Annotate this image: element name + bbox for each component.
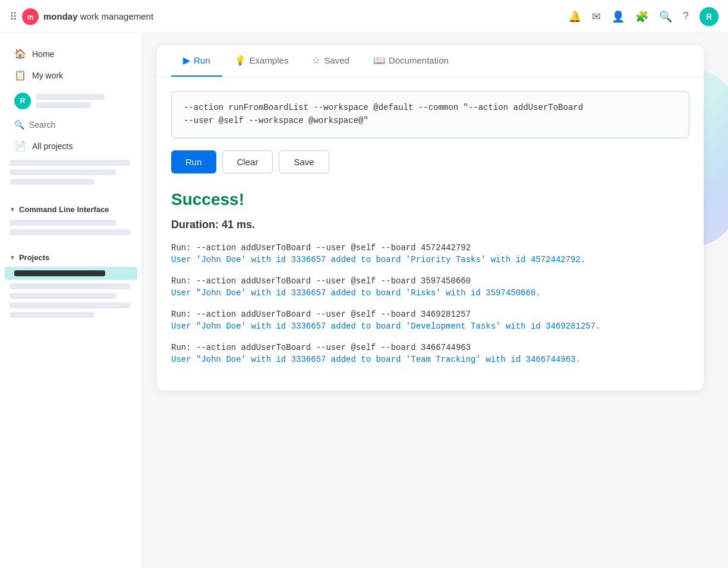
- card-body: --action runFromBoardList --workspace @d…: [157, 77, 704, 390]
- proj-skeleton-2: [10, 293, 116, 299]
- save-button[interactable]: Save: [279, 150, 329, 173]
- results-container: Run: --action addUserToBoard --user @sel…: [171, 243, 689, 364]
- allprojects-label: All projects: [32, 141, 73, 151]
- search-bar[interactable]: 🔍 Search: [5, 116, 137, 133]
- tabs-bar: ▶ Run 💡 Examples ☆ Saved 📖 Documentation: [157, 45, 704, 77]
- result-info-3: User "John Doe' with id 3336657 added to…: [171, 355, 689, 364]
- result-info-2: User "John Doe' with id 3336657 added to…: [171, 321, 689, 331]
- sidebar-item-allprojects[interactable]: 📄 All projects: [5, 135, 137, 156]
- run-button[interactable]: Run: [171, 150, 216, 173]
- result-block-0: Run: --action addUserToBoard --user @sel…: [171, 243, 689, 264]
- sidebar-item-mywork[interactable]: 📋 My work: [5, 65, 137, 86]
- command-input-area[interactable]: --action runFromBoardList --workspace @d…: [171, 91, 689, 138]
- topbar: ⠿ m monday work management 🔔 ✉ 👤 🧩 🔍 ? R: [0, 0, 728, 33]
- user-skeleton-group: [36, 94, 128, 108]
- people-icon[interactable]: 👤: [612, 10, 625, 23]
- clear-button[interactable]: Clear: [222, 150, 273, 173]
- allprojects-icon: 📄: [14, 140, 26, 152]
- examples-tab-icon: 💡: [234, 55, 246, 66]
- search-bar-label: Search: [29, 120, 55, 130]
- tab-saved[interactable]: ☆ Saved: [300, 45, 361, 77]
- user-avatar[interactable]: R: [699, 7, 718, 26]
- sidebar-item-home[interactable]: 🏠 Home: [5, 43, 137, 64]
- grid-icon[interactable]: ⠿: [10, 10, 17, 23]
- result-block-2: Run: --action addUserToBoard --user @sel…: [171, 310, 689, 331]
- main-content: ▶ Run 💡 Examples ☆ Saved 📖 Documentation: [143, 33, 728, 568]
- svg-text:m: m: [27, 12, 34, 21]
- command-text: --action runFromBoardList --workspace @d…: [184, 101, 677, 128]
- result-info-1: User "John Doe' with id 3336657 added to…: [171, 288, 689, 298]
- cli-skeleton-2: [10, 229, 130, 235]
- skeleton-2: [10, 169, 116, 175]
- active-project-bar: [14, 270, 105, 276]
- sidebar-avatar: R: [14, 93, 31, 109]
- projects-section-header[interactable]: ▼ Projects: [0, 246, 142, 264]
- result-run-3: Run: --action addUserToBoard --user @sel…: [171, 343, 689, 352]
- proj-skeleton-4: [10, 312, 94, 318]
- result-run-0: Run: --action addUserToBoard --user @sel…: [171, 243, 689, 253]
- puzzle-icon[interactable]: 🧩: [635, 10, 648, 23]
- home-icon: 🏠: [14, 48, 26, 59]
- result-block-1: Run: --action addUserToBoard --user @sel…: [171, 276, 689, 298]
- tab-examples[interactable]: 💡 Examples: [222, 45, 301, 77]
- main-layout: 🏠 Home 📋 My work R 🔍 Search 📄 All projec…: [0, 0, 728, 568]
- brand-label: monday work management: [43, 11, 153, 21]
- logo-area: ⠿ m monday work management: [10, 8, 153, 25]
- search-icon[interactable]: 🔍: [659, 10, 672, 23]
- proj-skeleton-3: [10, 302, 130, 308]
- saved-tab-icon: ☆: [312, 55, 320, 66]
- skeleton-3: [10, 179, 94, 185]
- result-run-1: Run: --action addUserToBoard --user @sel…: [171, 276, 689, 286]
- help-icon[interactable]: ?: [683, 10, 689, 23]
- bell-icon[interactable]: 🔔: [568, 10, 581, 23]
- proj-skeleton-1: [10, 283, 130, 289]
- duration-label: Duration: 41 ms.: [171, 219, 689, 231]
- action-buttons: Run Clear Save: [171, 150, 689, 173]
- tab-run[interactable]: ▶ Run: [171, 45, 222, 77]
- sidebar: 🏠 Home 📋 My work R 🔍 Search 📄 All projec…: [0, 33, 143, 568]
- docs-tab-label: Documentation: [389, 55, 449, 65]
- mywork-icon: 📋: [14, 70, 26, 81]
- home-label: Home: [32, 49, 54, 59]
- tab-documentation[interactable]: 📖 Documentation: [361, 45, 461, 77]
- cli-skeleton-1: [10, 220, 116, 226]
- result-block-3: Run: --action addUserToBoard --user @sel…: [171, 343, 689, 364]
- saved-tab-label: Saved: [324, 55, 349, 65]
- topbar-actions: 🔔 ✉ 👤 🧩 🔍 ? R: [568, 7, 718, 26]
- projects-section-label: Projects: [19, 253, 49, 262]
- skeleton-1: [10, 160, 130, 166]
- cli-section-label: Command Line Interface: [19, 205, 109, 214]
- inbox-icon[interactable]: ✉: [592, 10, 601, 23]
- success-label: Success!: [171, 190, 689, 209]
- monday-logo-icon: m: [22, 8, 39, 25]
- result-run-2: Run: --action addUserToBoard --user @sel…: [171, 310, 689, 319]
- active-project-item[interactable]: [5, 267, 137, 280]
- main-card: ▶ Run 💡 Examples ☆ Saved 📖 Documentation: [157, 45, 704, 390]
- result-info-0: User 'John Doe' with id 3336657 added to…: [171, 255, 689, 264]
- cli-section-header[interactable]: ▼ Command Line Interface: [0, 198, 142, 216]
- run-tab-label: Run: [194, 55, 210, 65]
- user-row: R: [5, 88, 137, 114]
- run-tab-icon: ▶: [183, 55, 190, 66]
- search-bar-icon: 🔍: [14, 120, 24, 130]
- examples-tab-label: Examples: [250, 55, 289, 65]
- projects-chevron-icon: ▼: [10, 254, 15, 261]
- mywork-label: My work: [32, 71, 63, 80]
- cli-chevron-icon: ▼: [10, 206, 15, 213]
- docs-tab-icon: 📖: [373, 55, 385, 66]
